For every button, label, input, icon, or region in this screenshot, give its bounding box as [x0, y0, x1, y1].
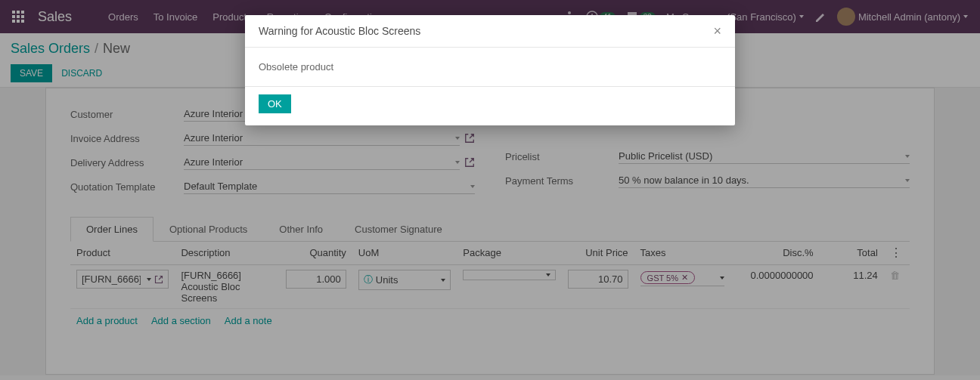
- modal-body: Obsolete product: [245, 48, 735, 86]
- modal-ok-button[interactable]: OK: [259, 94, 291, 113]
- warning-modal: Warning for Acoustic Bloc Screens × Obso…: [245, 15, 735, 125]
- modal-close-button[interactable]: ×: [713, 24, 721, 38]
- modal-title: Warning for Acoustic Bloc Screens: [259, 25, 420, 37]
- modal-overlay: Warning for Acoustic Bloc Screens × Obso…: [0, 0, 980, 380]
